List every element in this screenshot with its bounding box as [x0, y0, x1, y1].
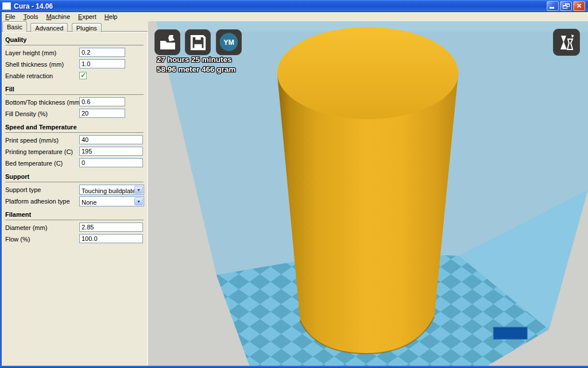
window-border-left — [0, 12, 2, 368]
window-controls: ✕ — [547, 1, 586, 11]
layer-height-label: Layer height (mm) — [5, 49, 56, 56]
menu-file[interactable]: File — [2, 13, 20, 21]
tab-plugins[interactable]: Plugins — [72, 23, 102, 32]
cura-window: Cura - 14.06 ✕ File Tools Machine Expert… — [0, 0, 588, 368]
app-icon — [2, 2, 11, 10]
tab-basic[interactable]: Basic — [2, 21, 27, 32]
load-model-button[interactable] — [154, 29, 180, 55]
section-support: Support — [5, 173, 144, 182]
minimize-button[interactable] — [547, 1, 559, 11]
settings-tabbar: Basic Advanced Plugins Start/End-GCode — [2, 21, 148, 32]
setting-row: Support type Touching buildplate ▼ — [5, 184, 144, 195]
view-mode-icon — [557, 33, 577, 52]
menu-help[interactable]: Help — [101, 13, 122, 21]
bed-temperature-label: Bed temperature (C) — [5, 160, 63, 167]
printhead-block — [493, 327, 527, 339]
title-bar[interactable]: Cura - 14.06 ✕ — [0, 0, 588, 12]
close-button[interactable]: ✕ — [573, 1, 585, 11]
view-mode-button[interactable] — [553, 29, 580, 56]
fill-density-label: Fill Density (%) — [5, 110, 48, 117]
menu-machine[interactable]: Machine — [42, 13, 75, 21]
setting-row: Fill Density (%) — [5, 108, 144, 120]
youmagine-label: YM — [223, 39, 234, 47]
chevron-down-icon: ▼ — [135, 198, 142, 205]
basic-settings-panel: Quality Layer height (mm) Shell thicknes… — [2, 32, 148, 366]
cylinder-model-top[interactable] — [277, 27, 459, 119]
minimize-icon — [550, 7, 554, 9]
setting-row: Flow (%) — [5, 233, 144, 245]
enable-retraction-label: Enable retraction — [5, 72, 53, 79]
platform-adhesion-value: None — [80, 199, 96, 206]
setting-row: Platform adhesion type None ▼ — [5, 195, 144, 207]
setting-row: Bottom/Top thickness (mm) — [5, 97, 144, 108]
setting-row: Enable retraction ✓ — [5, 70, 144, 82]
print-stats: 27 hours 25 minutes 58.96 meter 466 gram — [157, 55, 235, 74]
print-speed-label: Print speed (mm/s) — [5, 137, 59, 144]
flow-label: Flow (%) — [5, 236, 30, 243]
save-toolpath-icon — [189, 34, 207, 51]
setting-row: Layer height (mm) — [5, 47, 144, 59]
dropdown-button[interactable]: ▼ — [134, 197, 143, 205]
menu-tools[interactable]: Tools — [20, 13, 43, 21]
setting-row: Printing temperature (C) — [5, 146, 144, 158]
menu-expert[interactable]: Expert — [75, 13, 101, 21]
printing-temperature-label: Printing temperature (C) — [5, 148, 73, 155]
bottom-top-thickness-field[interactable] — [79, 97, 125, 106]
setting-row: Print speed (mm/s) — [5, 135, 144, 146]
section-quality: Quality — [5, 36, 144, 45]
section-filament: Filament — [5, 211, 144, 220]
menu-bar: File Tools Machine Expert Help — [2, 12, 588, 21]
tab-advanced[interactable]: Advanced — [30, 23, 68, 32]
section-fill: Fill — [5, 86, 144, 95]
window-border-bottom — [0, 366, 588, 368]
share-youmagine-button[interactable]: YM — [216, 29, 242, 55]
load-model-icon — [158, 33, 177, 52]
diameter-label: Diameter (mm) — [5, 224, 47, 231]
shell-thickness-label: Shell thickness (mm) — [5, 61, 64, 68]
printing-temperature-field[interactable] — [79, 147, 143, 156]
setting-row: Diameter (mm) — [5, 222, 144, 233]
checkmark-icon: ✓ — [80, 71, 86, 79]
save-toolpath-button[interactable] — [185, 29, 211, 55]
layer-height-field[interactable] — [79, 48, 125, 57]
flow-field[interactable] — [79, 234, 143, 243]
print-time: 27 hours 25 minutes — [157, 55, 235, 64]
restore-button[interactable] — [560, 1, 572, 11]
chevron-down-icon: ▼ — [135, 186, 142, 194]
dropdown-button[interactable]: ▼ — [134, 186, 143, 194]
window-title: Cura - 14.06 — [14, 2, 53, 10]
fill-density-field[interactable] — [79, 109, 125, 118]
support-type-select[interactable]: Touching buildplate ▼ — [79, 185, 144, 195]
diameter-field[interactable] — [79, 223, 143, 232]
close-icon: ✕ — [574, 2, 585, 10]
support-type-label: Support type — [5, 186, 41, 193]
print-speed-field[interactable] — [79, 135, 143, 144]
setting-row: Shell thickness (mm) — [5, 59, 144, 70]
youmagine-icon: YM — [216, 29, 241, 55]
bed-temperature-field[interactable] — [79, 158, 143, 167]
platform-adhesion-label: Platform adhesion type — [5, 198, 70, 205]
section-speed-temperature: Speed and Temperature — [5, 124, 144, 133]
shell-thickness-field[interactable] — [79, 59, 125, 68]
support-type-value: Touching buildplate — [80, 187, 136, 194]
setting-row: Bed temperature (C) — [5, 158, 144, 169]
3d-viewport[interactable]: YM 27 hours 25 minutes 58.96 meter 466 g… — [148, 21, 588, 366]
enable-retraction-checkbox[interactable]: ✓ — [79, 72, 87, 79]
print-material: 58.96 meter 466 gram — [157, 64, 235, 74]
bottom-top-thickness-label: Bottom/Top thickness (mm) — [5, 99, 82, 106]
platform-adhesion-select[interactable]: None ▼ — [79, 196, 144, 206]
